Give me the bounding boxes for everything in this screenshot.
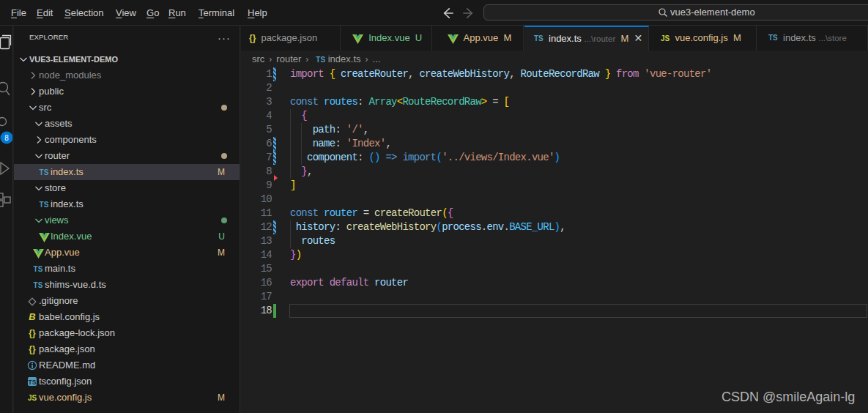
svg-text:8: 8 xyxy=(4,134,9,142)
svg-text:TS: TS xyxy=(29,379,37,386)
